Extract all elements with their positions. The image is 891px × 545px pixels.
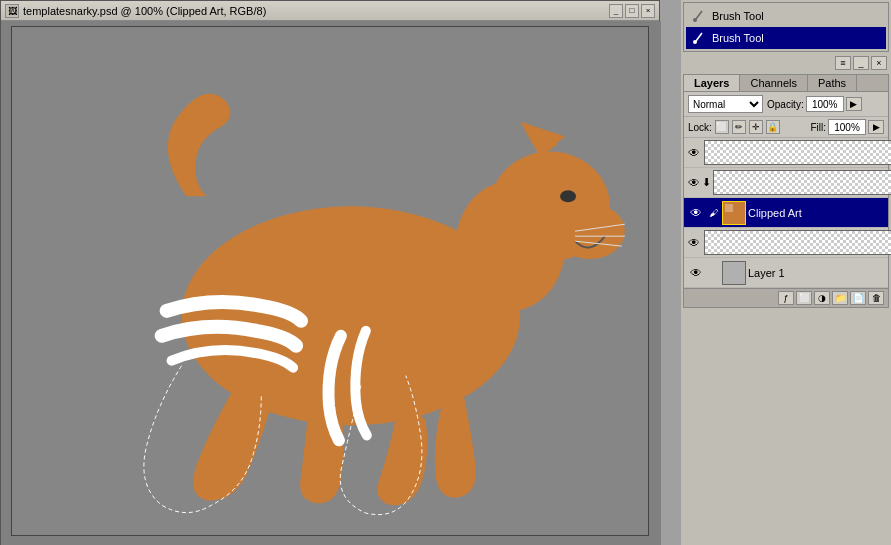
layer-thumb-layer1 <box>722 261 746 285</box>
brush-icon-inactive <box>690 7 708 25</box>
layer-thumb-selection <box>713 170 891 195</box>
brush-icon-active <box>690 29 708 47</box>
blend-mode-select[interactable]: Normal Multiply Screen Overlay <box>688 95 763 113</box>
svg-point-12 <box>693 18 697 22</box>
brush-tool-active-row[interactable]: Brush Tool <box>686 27 886 49</box>
tab-channels[interactable]: Channels <box>740 75 807 91</box>
layers-lock-row: Lock: ⬜ ✏ ✛ 🔒 Fill: ▶ <box>684 117 888 138</box>
canvas-titlebar: 🖼 templatesnarky.psd @ 100% (Clipped Art… <box>1 1 659 21</box>
layer-thumb-clipped-art <box>722 201 746 225</box>
layer-bottom-controls: ƒ ⬜ ◑ 📁 📄 🗑 <box>684 288 888 307</box>
opacity-input[interactable] <box>806 96 844 112</box>
close-button[interactable]: × <box>641 4 655 18</box>
lock-all-icon[interactable]: 🔒 <box>766 120 780 134</box>
minimize-button[interactable]: _ <box>609 4 623 18</box>
layer-visibility-snarky[interactable]: 👁 <box>688 145 700 161</box>
layer-name-clipped-art: Clipped Art <box>748 207 884 219</box>
opacity-control: Opacity: ▶ <box>767 96 862 112</box>
window-title: templatesnarky.psd @ 100% (Clipped Art, … <box>23 5 266 17</box>
tool-panel: Brush Tool Brush Tool <box>683 2 889 52</box>
layer-new-button[interactable]: 📄 <box>850 291 866 305</box>
layer-row-layer1[interactable]: 👁 Layer 1 <box>684 258 888 288</box>
svg-point-4 <box>555 203 625 259</box>
svg-line-11 <box>696 11 702 19</box>
layer-brush-clipped-art: 🖌 <box>706 205 720 221</box>
svg-rect-16 <box>725 204 733 212</box>
canvas-inner <box>11 26 649 536</box>
tab-layers[interactable]: Layers <box>684 75 740 91</box>
layer-visibility-layer1[interactable]: 👁 <box>688 265 704 281</box>
layer-row-snarky[interactable]: 👁 Snarky <box>684 138 888 168</box>
svg-line-13 <box>696 33 702 41</box>
layer-row-selection[interactable]: 👁 ⬇ Selection <box>684 168 888 198</box>
lock-label: Lock: <box>688 122 712 133</box>
layer-link-layer1 <box>706 265 720 281</box>
brush-tool-label-inactive: Brush Tool <box>712 10 764 22</box>
layer-thumb-snarky-base <box>704 230 891 255</box>
opacity-label: Opacity: <box>767 99 804 110</box>
art-canvas <box>12 27 648 535</box>
layer-style-button[interactable]: ƒ <box>778 291 794 305</box>
tab-paths[interactable]: Paths <box>808 75 857 91</box>
layer-name-layer1: Layer 1 <box>748 267 884 279</box>
panel-controls: ≡ _ × <box>681 54 891 72</box>
fill-control: Fill: ▶ <box>810 119 884 135</box>
svg-point-14 <box>693 40 697 44</box>
layer-adjustment-button[interactable]: ◑ <box>814 291 830 305</box>
right-panel: Brush Tool Brush Tool ≡ _ × Layers Chann… <box>681 0 891 545</box>
canvas-area <box>1 21 661 545</box>
layers-tabs: Layers Channels Paths <box>684 75 888 92</box>
fill-label: Fill: <box>810 122 826 133</box>
layers-blend-opacity-row: Normal Multiply Screen Overlay Opacity: … <box>684 92 888 117</box>
canvas-window: 🖼 templatesnarky.psd @ 100% (Clipped Art… <box>0 0 660 545</box>
panel-close-button[interactable]: × <box>871 56 887 70</box>
opacity-arrow[interactable]: ▶ <box>846 97 862 111</box>
lock-position-icon[interactable]: ✛ <box>749 120 763 134</box>
layer-row-clipped-art[interactable]: 👁 🖌 Clipped Art <box>684 198 888 228</box>
svg-point-7 <box>560 190 576 202</box>
layer-group-button[interactable]: 📁 <box>832 291 848 305</box>
layers-panel: Layers Channels Paths Normal Multiply Sc… <box>683 74 889 308</box>
fill-input[interactable] <box>828 119 866 135</box>
layer-mask-button[interactable]: ⬜ <box>796 291 812 305</box>
titlebar-left: 🖼 templatesnarky.psd @ 100% (Clipped Art… <box>5 4 266 18</box>
brush-tool-label-active: Brush Tool <box>712 32 764 44</box>
layer-delete-button[interactable]: 🗑 <box>868 291 884 305</box>
window-icon: 🖼 <box>5 4 19 18</box>
panel-minimize-button[interactable]: _ <box>853 56 869 70</box>
panel-menu-button[interactable]: ≡ <box>835 56 851 70</box>
maximize-button[interactable]: □ <box>625 4 639 18</box>
window-controls: _ □ × <box>609 4 655 18</box>
layer-visibility-clipped-art[interactable]: 👁 <box>688 205 704 221</box>
layer-link-selection[interactable]: ⬇ <box>702 175 711 191</box>
layer-thumb-snarky <box>704 140 891 165</box>
lock-transparent-icon[interactable]: ⬜ <box>715 120 729 134</box>
brush-tool-inactive-row[interactable]: Brush Tool <box>686 5 886 27</box>
layer-visibility-selection[interactable]: 👁 <box>688 175 700 191</box>
layer-row-snarky-base[interactable]: 👁 Snarky base <box>684 228 888 258</box>
fill-arrow[interactable]: ▶ <box>868 120 884 134</box>
lock-image-icon[interactable]: ✏ <box>732 120 746 134</box>
layer-visibility-snarky-base[interactable]: 👁 <box>688 235 700 251</box>
